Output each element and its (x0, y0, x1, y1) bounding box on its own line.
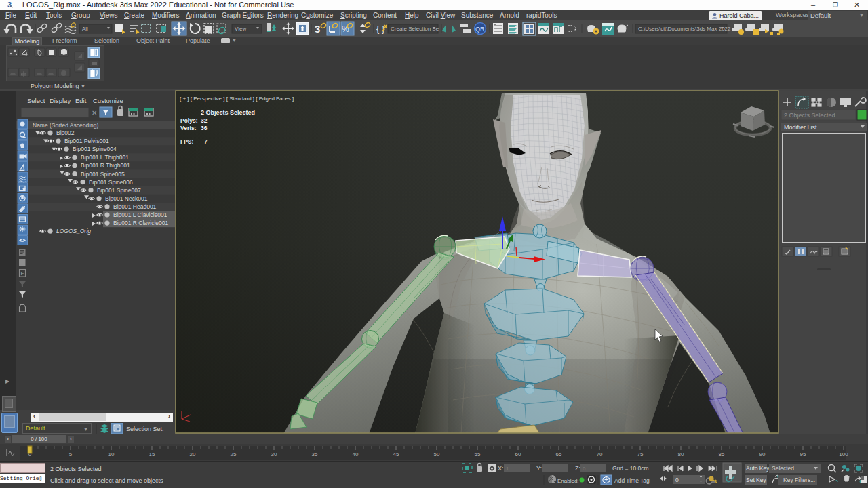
svg-text:100: 100 (839, 451, 848, 458)
svg-text:QR: QR (475, 26, 485, 33)
svg-text:Bip001 Neck001: Bip001 Neck001 (105, 195, 148, 202)
svg-text:7: 7 (204, 138, 208, 145)
svg-text:Bip001 L Clavicle001: Bip001 L Clavicle001 (113, 211, 167, 218)
svg-text:36: 36 (201, 125, 208, 131)
svg-text:Polys:: Polys: (180, 117, 198, 124)
svg-text:90: 90 (760, 451, 766, 458)
svg-text:60: 60 (515, 451, 521, 458)
svg-text:Bip001 R Clavicle001: Bip001 R Clavicle001 (113, 220, 169, 226)
svg-text:X:: X: (498, 465, 504, 472)
svg-text:LOGOS_Orig: LOGOS_Orig (56, 228, 91, 235)
svg-text:F: F (21, 270, 24, 277)
svg-text:3: 3 (315, 23, 320, 35)
svg-text:Customize: Customize (93, 97, 123, 104)
svg-text:75: 75 (637, 451, 644, 458)
svg-text:Verts:: Verts: (180, 125, 197, 131)
svg-text:2 Objects Selected: 2 Objects Selected (201, 109, 255, 116)
svg-text:30: 30 (271, 451, 277, 458)
svg-text:Edit: Edit (75, 97, 87, 104)
svg-text:All: All (82, 26, 88, 32)
svg-text:10: 10 (108, 451, 115, 458)
svg-text:Grid = 10.0cm: Grid = 10.0cm (612, 465, 649, 472)
svg-text:85: 85 (719, 451, 725, 458)
svg-text:Bip001 Head001: Bip001 Head001 (113, 203, 157, 210)
svg-text:50: 50 (434, 451, 440, 458)
svg-text:Modifier List: Modifier List (784, 124, 817, 131)
svg-text:Y:: Y: (536, 465, 542, 472)
svg-text:55: 55 (475, 451, 481, 458)
svg-text:Name (Sorted Ascending): Name (Sorted Ascending) (33, 122, 98, 129)
svg-text:Selection Set:: Selection Set: (126, 426, 164, 432)
svg-text:2 Objects Selected: 2 Objects Selected (784, 112, 835, 119)
svg-text:C:\Users\cit\Documents\3ds Max: C:\Users\cit\Documents\3ds Max 2022 (638, 26, 731, 32)
svg-text:Bip001 R Thigh001: Bip001 R Thigh001 (81, 162, 130, 169)
svg-text:65: 65 (556, 451, 562, 458)
svg-text:Z:: Z: (575, 465, 580, 472)
svg-text:20: 20 (190, 451, 196, 458)
svg-text:5: 5 (69, 451, 73, 458)
svg-text:Display: Display (50, 97, 71, 104)
svg-text:32: 32 (201, 117, 208, 124)
svg-text:Bip002: Bip002 (56, 129, 75, 136)
svg-text:15: 15 (149, 451, 155, 458)
svg-text:Bip001 Spine007: Bip001 Spine007 (97, 187, 141, 194)
svg-text:25: 25 (231, 451, 237, 458)
svg-text:Create Selection Se: Create Selection Se (391, 26, 439, 32)
svg-text:70: 70 (597, 451, 603, 458)
svg-text:80: 80 (678, 451, 684, 458)
svg-text:Bip001 Spine006: Bip001 Spine006 (89, 179, 133, 186)
svg-text:Auto Key: Auto Key (746, 465, 770, 472)
svg-text:Bip001 Spine004: Bip001 Spine004 (73, 146, 117, 152)
svg-text:45: 45 (393, 451, 399, 458)
svg-text:0: 0 (675, 476, 679, 483)
svg-text:1: 1 (506, 466, 509, 472)
svg-text:Select: Select (27, 97, 45, 104)
svg-text:95: 95 (800, 451, 806, 458)
svg-text:35: 35 (312, 451, 318, 458)
svg-text:Selected: Selected (772, 465, 794, 472)
svg-text:Bip001 Spine005: Bip001 Spine005 (81, 171, 125, 178)
svg-text:0: 0 (583, 466, 586, 472)
svg-text:Bip001 Pelvis001: Bip001 Pelvis001 (64, 138, 109, 144)
svg-text:40: 40 (353, 451, 359, 458)
svg-text:Bip001 L Thigh001: Bip001 L Thigh001 (81, 154, 129, 161)
svg-text:Set Key: Set Key (746, 476, 767, 483)
svg-text:Key Filters...: Key Filters... (783, 476, 815, 483)
svg-text:View: View (235, 26, 246, 32)
svg-text:[ + ] [ Perspective ] [ Standa: [ + ] [ Perspective ] [ Standard ] [ Edg… (180, 96, 294, 102)
svg-text:Add Time Tag: Add Time Tag (614, 477, 650, 484)
svg-text:%: % (342, 24, 349, 34)
svg-text:FPS:: FPS: (180, 138, 194, 145)
svg-text:✕: ✕ (92, 109, 97, 117)
svg-text:Enabled:: Enabled: (557, 478, 579, 484)
